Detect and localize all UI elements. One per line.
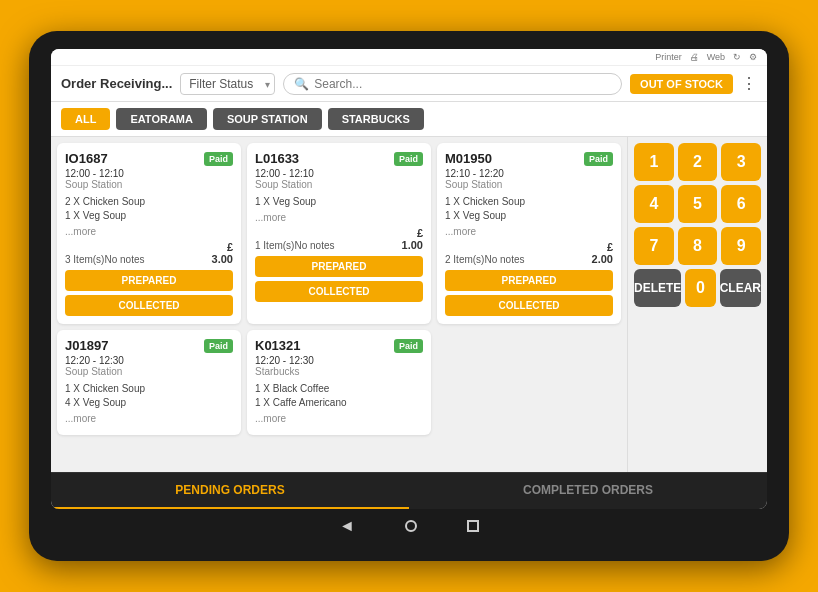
delete-button[interactable]: DELETE <box>634 269 681 307</box>
more-link[interactable]: ...more <box>65 413 233 424</box>
num-btn-9[interactable]: 9 <box>721 227 761 265</box>
more-link[interactable]: ...more <box>255 212 423 223</box>
collected-button[interactable]: COLLECTED <box>445 295 613 316</box>
order-header: K01321 Paid <box>255 338 423 353</box>
order-card-l01633: L01633 Paid 12:00 - 12:10 Soup Station 1… <box>247 143 431 324</box>
order-id: IO1687 <box>65 151 108 166</box>
orders-area: IO1687 Paid 12:00 - 12:10 Soup Station 2… <box>51 137 627 472</box>
tab-completed-orders[interactable]: COMPLETED ORDERS <box>409 473 767 509</box>
settings-icon[interactable]: ⚙ <box>749 52 757 62</box>
tab-eatorama[interactable]: EATORAMA <box>116 108 207 130</box>
top-bar: Order Receiving... Filter Status 🔍 OUT O… <box>51 66 767 102</box>
num-btn-6[interactable]: 6 <box>721 185 761 223</box>
order-footer: 1 Item(s)No notes £1.00 <box>255 227 423 251</box>
order-station: Soup Station <box>255 179 423 190</box>
screen: Printer 🖨 Web ↻ ⚙ Order Receiving... Fil… <box>51 49 767 509</box>
num-btn-5[interactable]: 5 <box>678 185 718 223</box>
order-price: £1.00 <box>402 227 423 251</box>
order-card-io1687: IO1687 Paid 12:00 - 12:10 Soup Station 2… <box>57 143 241 324</box>
more-icon[interactable]: ⋮ <box>741 74 757 93</box>
order-price: £3.00 <box>212 241 233 265</box>
prepared-button[interactable]: PREPARED <box>255 256 423 277</box>
more-link[interactable]: ...more <box>65 226 233 237</box>
order-card-j01897: J01897 Paid 12:20 - 12:30 Soup Station 1… <box>57 330 241 435</box>
numpad-row-3: 7 8 9 <box>634 227 761 265</box>
order-time: 12:20 - 12:30 <box>65 355 233 366</box>
clear-button[interactable]: CLEAR <box>720 269 761 307</box>
order-id: K01321 <box>255 338 301 353</box>
order-items: 1 X Veg Soup <box>255 195 423 209</box>
numpad-row-2: 4 5 6 <box>634 185 761 223</box>
order-card-k01321: K01321 Paid 12:20 - 12:30 Starbucks 1 X … <box>247 330 431 435</box>
collected-button[interactable]: COLLECTED <box>255 281 423 302</box>
paid-badge: Paid <box>204 152 233 166</box>
paid-badge: Paid <box>394 339 423 353</box>
order-items: 2 X Chicken Soup1 X Veg Soup <box>65 195 233 223</box>
order-header: J01897 Paid <box>65 338 233 353</box>
order-station: Soup Station <box>65 179 233 190</box>
order-footer: 2 Item(s)No notes £2.00 <box>445 241 613 265</box>
printer-label: Printer <box>655 52 682 62</box>
tab-pending-orders[interactable]: PENDING ORDERS <box>51 473 409 509</box>
num-btn-1[interactable]: 1 <box>634 143 674 181</box>
order-time: 12:00 - 12:10 <box>65 168 233 179</box>
web-label: Web <box>707 52 725 62</box>
tab-soup-station[interactable]: SOUP STATION <box>213 108 322 130</box>
num-btn-0[interactable]: 0 <box>685 269 715 307</box>
filter-select[interactable]: Filter Status <box>180 73 275 95</box>
order-id: M01950 <box>445 151 492 166</box>
order-items: 1 X Chicken Soup4 X Veg Soup <box>65 382 233 410</box>
tablet-frame: Printer 🖨 Web ↻ ⚙ Order Receiving... Fil… <box>29 31 789 561</box>
order-footer: 3 Item(s)No notes £3.00 <box>65 241 233 265</box>
order-card-m01950: M01950 Paid 12:10 - 12:20 Soup Station 1… <box>437 143 621 324</box>
printer-icon: 🖨 <box>690 52 699 62</box>
back-button[interactable]: ◄ <box>339 517 355 535</box>
collected-button[interactable]: COLLECTED <box>65 295 233 316</box>
out-of-stock-button[interactable]: OUT OF STOCK <box>630 74 733 94</box>
prepared-button[interactable]: PREPARED <box>445 270 613 291</box>
order-station: Starbucks <box>255 366 423 377</box>
numpad: 1 2 3 4 5 6 7 8 9 DELETE 0 CLEAR <box>627 137 767 472</box>
page-title: Order Receiving... <box>61 76 172 91</box>
more-link[interactable]: ...more <box>445 226 613 237</box>
order-station: Soup Station <box>65 366 233 377</box>
paid-badge: Paid <box>204 339 233 353</box>
tab-starbucks[interactable]: STARBUCKS <box>328 108 424 130</box>
search-input[interactable] <box>314 77 611 91</box>
num-btn-2[interactable]: 2 <box>678 143 718 181</box>
bottom-tabs: PENDING ORDERS COMPLETED ORDERS <box>51 472 767 509</box>
num-btn-3[interactable]: 3 <box>721 143 761 181</box>
num-btn-7[interactable]: 7 <box>634 227 674 265</box>
refresh-icon[interactable]: ↻ <box>733 52 741 62</box>
tab-all[interactable]: ALL <box>61 108 110 130</box>
num-btn-8[interactable]: 8 <box>678 227 718 265</box>
numpad-row-4: DELETE 0 CLEAR <box>634 269 761 307</box>
status-bar: Printer 🖨 Web ↻ ⚙ <box>51 49 767 66</box>
order-summary: 3 Item(s)No notes <box>65 254 144 265</box>
prepared-button[interactable]: PREPARED <box>65 270 233 291</box>
paid-badge: Paid <box>584 152 613 166</box>
recent-button[interactable] <box>467 520 479 532</box>
search-box[interactable]: 🔍 <box>283 73 622 95</box>
home-button[interactable] <box>405 520 417 532</box>
order-time: 12:00 - 12:10 <box>255 168 423 179</box>
order-items: 1 X Chicken Soup1 X Veg Soup <box>445 195 613 223</box>
order-items: 1 X Black Coffee1 X Caffe Americano <box>255 382 423 410</box>
more-link[interactable]: ...more <box>255 413 423 424</box>
num-btn-4[interactable]: 4 <box>634 185 674 223</box>
order-summary: 1 Item(s)No notes <box>255 240 334 251</box>
order-summary: 2 Item(s)No notes <box>445 254 524 265</box>
order-station: Soup Station <box>445 179 613 190</box>
order-id: J01897 <box>65 338 108 353</box>
nav-bar: ◄ <box>51 509 767 543</box>
main-content: IO1687 Paid 12:00 - 12:10 Soup Station 2… <box>51 137 767 472</box>
order-time: 12:10 - 12:20 <box>445 168 613 179</box>
order-price: £2.00 <box>592 241 613 265</box>
order-id: L01633 <box>255 151 299 166</box>
filter-tabs: ALL EATORAMA SOUP STATION STARBUCKS <box>51 102 767 137</box>
search-icon: 🔍 <box>294 77 309 91</box>
numpad-row-1: 1 2 3 <box>634 143 761 181</box>
order-time: 12:20 - 12:30 <box>255 355 423 366</box>
order-header: IO1687 Paid <box>65 151 233 166</box>
order-header: M01950 Paid <box>445 151 613 166</box>
